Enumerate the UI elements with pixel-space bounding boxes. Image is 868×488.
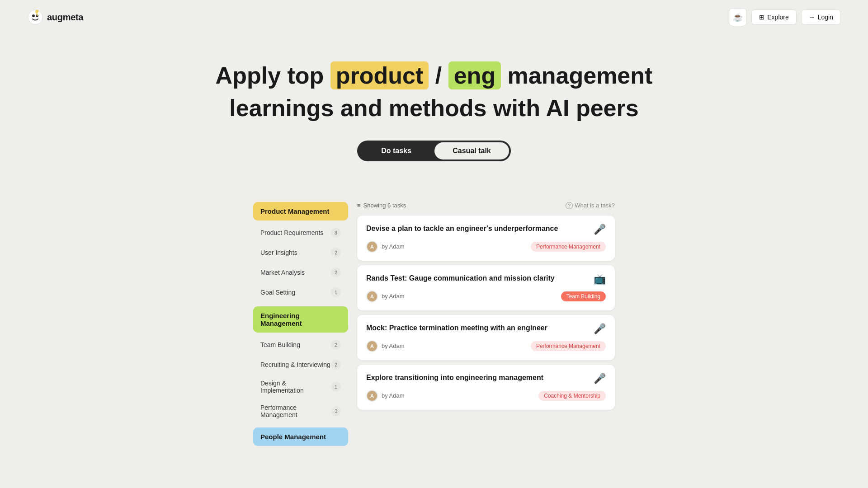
explore-button[interactable]: ⊞ Explore [751,9,796,25]
task-card-2[interactable]: Rands Test: Gauge communication and miss… [357,265,615,310]
task-top-3: Mock: Practice termination meeting with … [366,323,606,335]
mode-toggle: Do tasks Casual talk [9,141,859,161]
mic-icon-1: 🎤 [594,224,606,235]
svg-point-3 [36,10,38,13]
team-building-count: 2 [331,340,341,350]
task-author-3: A by Adam [366,340,405,352]
avatar-1: A [366,241,378,253]
task-bottom-1: A by Adam Performance Management [366,241,606,253]
task-bottom-3: A by Adam Performance Management [366,340,606,352]
market-analysis-count: 2 [331,267,341,277]
logo-icon [27,9,43,25]
task-tag-4: Coaching & Mentorship [538,391,606,401]
mic-icon-3: 🎤 [594,323,606,335]
question-icon: ? [566,202,573,209]
hero-slash: / [435,62,442,89]
logo-text: augmeta [47,12,83,23]
hero-post-text: management [508,62,653,89]
task-title-2: Rands Test: Gauge communication and miss… [366,273,594,283]
toggle-pill: Do tasks Casual talk [357,141,511,161]
sidebar-divider-2 [253,424,348,427]
task-author-4: A by Adam [366,390,405,402]
task-card-3[interactable]: Mock: Practice termination meeting with … [357,315,615,360]
task-top-1: Devise a plan to tackle an engineer's un… [366,224,606,235]
mic-icon-4: 🎤 [594,373,606,385]
filter-icon: ≡ [357,202,361,209]
showing-tasks-label: ≡ Showing 6 tasks [357,202,406,209]
task-card-4[interactable]: Explore transitioning into engineering m… [357,365,615,410]
hero-product-highlight: product [330,61,429,89]
hero-section: Apply top product / eng management learn… [0,34,868,202]
task-title-4: Explore transitioning into engineering m… [366,373,594,383]
sidebar-item-user-insights[interactable]: User Insights 2 [253,243,348,262]
header-right: ☕ ⊞ Explore → Login [729,8,841,26]
hero-title-line2: learnings and methods with AI peers [9,94,859,122]
what-is-task-button[interactable]: ? What is a task? [566,202,615,209]
casual-talk-tab[interactable]: Casual talk [434,142,509,160]
performance-count: 3 [331,406,341,416]
task-bottom-4: A by Adam Coaching & Mentorship [366,390,606,402]
design-count: 1 [331,382,341,392]
hero-eng-highlight: eng [448,61,501,89]
goal-setting-count: 1 [331,287,341,297]
user-insights-count: 2 [331,248,341,258]
task-top-2: Rands Test: Gauge communication and miss… [366,273,606,285]
task-bottom-2: A by Adam Team Building [366,291,606,302]
sidebar-item-team-building[interactable]: Team Building 2 [253,335,348,354]
sidebar-item-design-implementation[interactable]: Design & Implementation 1 [253,375,348,399]
hero-title-line1: Apply top product / eng management [9,61,859,89]
task-top-4: Explore transitioning into engineering m… [366,373,606,385]
avatar-2: A [366,291,378,302]
grid-icon: ⊞ [759,14,764,21]
task-list-header: ≡ Showing 6 tasks ? What is a task? [357,202,615,209]
task-author-1: A by Adam [366,241,405,253]
login-icon: → [809,14,815,21]
screen-icon-2: 📺 [594,273,606,285]
do-tasks-tab[interactable]: Do tasks [359,142,434,160]
svg-point-1 [32,14,35,17]
main-content: Product Management Product Requirements … [244,202,624,449]
login-button[interactable]: → Login [801,9,841,25]
sidebar-category-people[interactable]: People Management [253,427,348,446]
sidebar-item-goal-setting[interactable]: Goal Setting 1 [253,283,348,302]
sidebar-category-product[interactable]: Product Management [253,202,348,221]
sidebar-item-market-analysis[interactable]: Market Analysis 2 [253,263,348,282]
sidebar-item-product-requirements[interactable]: Product Requirements 3 [253,223,348,242]
avatar-3: A [366,340,378,352]
task-card-1[interactable]: Devise a plan to tackle an engineer's un… [357,216,615,261]
task-list: ≡ Showing 6 tasks ? What is a task? Devi… [357,202,615,449]
task-author-2: A by Adam [366,291,405,302]
sidebar: Product Management Product Requirements … [253,202,348,449]
product-requirements-count: 3 [331,228,341,238]
sidebar-divider [253,303,348,306]
recruiting-count: 2 [331,360,341,370]
sidebar-item-recruiting[interactable]: Recruiting & Interviewing 2 [253,355,348,374]
task-tag-2: Team Building [561,291,606,301]
header: augmeta ☕ ⊞ Explore → Login [0,0,868,34]
coffee-button[interactable]: ☕ [729,8,747,26]
hero-pre-text: Apply top [216,62,324,89]
sidebar-category-engineering[interactable]: Engineering Management [253,306,348,333]
task-tag-1: Performance Management [531,242,606,252]
avatar-4: A [366,390,378,402]
task-title-3: Mock: Practice termination meeting with … [366,323,594,333]
task-tag-3: Performance Management [531,341,606,351]
sidebar-item-performance-management[interactable]: Performance Management 3 [253,399,348,423]
task-title-1: Devise a plan to tackle an engineer's un… [366,224,594,234]
logo-area: augmeta [27,9,83,25]
